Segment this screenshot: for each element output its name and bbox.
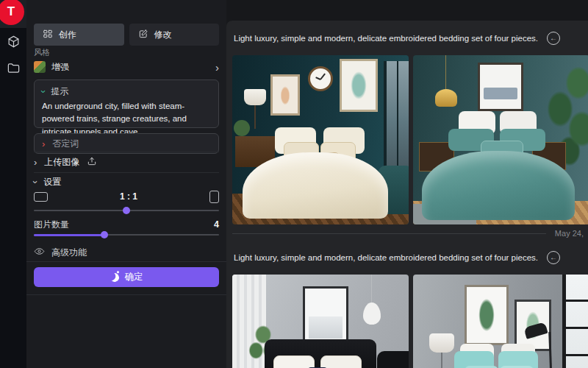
upload-image-toggle[interactable]: › 上传图像: [34, 152, 219, 173]
art-frame: [270, 74, 300, 116]
chevron-right-icon: ›: [42, 139, 45, 149]
generation-prompt: Light luxury, simple and modern, delicat…: [234, 34, 538, 43]
art-frame: [303, 286, 348, 345]
tab-edit[interactable]: 修改: [129, 24, 220, 46]
prompt-label: 提示: [51, 85, 68, 98]
aspect-ratio-row: 1 : 1: [34, 190, 219, 203]
settings-header[interactable]: › 设置: [34, 175, 219, 188]
sidebar-item-files[interactable]: [0, 59, 26, 79]
tab-create-label: 创作: [59, 29, 76, 41]
upload-icon[interactable]: [87, 156, 97, 169]
negative-label: 否定词: [52, 138, 79, 150]
image-count-row: 图片数量 4: [34, 219, 219, 230]
image-count-value: 4: [214, 219, 219, 230]
advanced-features-toggle[interactable]: 高级功能: [34, 246, 219, 259]
chevron-down-icon: ›: [31, 180, 40, 183]
mode-tabs: 创作 修改: [34, 24, 219, 46]
negative-prompt-toggle[interactable]: › 否定词: [34, 133, 219, 154]
date-label: May 24,: [555, 229, 584, 238]
tab-edit-label: 修改: [154, 29, 172, 41]
prompt-input[interactable]: › 提示 An underground city, filled with st…: [34, 79, 219, 128]
style-thumbnail: [34, 61, 46, 73]
divider: [26, 261, 226, 262]
grid-icon: [43, 29, 53, 41]
plant: [234, 120, 250, 136]
generated-image[interactable]: [232, 55, 409, 224]
cube-icon: [7, 35, 21, 52]
art-frame: [340, 59, 378, 112]
results-pane: Light luxury, simple and modern, delicat…: [226, 21, 588, 368]
slider-fill: [34, 234, 104, 236]
aspect-ratio-value: 1 : 1: [48, 191, 209, 202]
generated-image[interactable]: [232, 275, 409, 368]
back-arrow-icon[interactable]: ←: [547, 32, 560, 45]
eye-icon: [34, 246, 45, 260]
slider-knob[interactable]: [123, 207, 130, 214]
window: [384, 61, 409, 171]
date-separator: May 24,: [232, 229, 585, 238]
confirm-label: 确定: [125, 271, 143, 283]
generated-image[interactable]: [413, 55, 588, 224]
chevron-right-icon: ›: [34, 158, 37, 167]
chevron-down-icon: ›: [39, 90, 49, 93]
bed-pillow: [273, 355, 315, 368]
portrait-ratio-icon[interactable]: [209, 191, 219, 203]
sidebar-item-models[interactable]: [0, 32, 26, 53]
generation-group-header: Light luxury, simple and modern, delicat…: [234, 250, 560, 266]
wall-clock: [308, 66, 333, 91]
image-grid: [232, 55, 588, 224]
folder-icon: [7, 61, 21, 78]
pendant-lamp: [435, 89, 457, 107]
style-value: 增强: [51, 61, 69, 74]
image-grid: [232, 275, 588, 368]
generation-group-header: Light luxury, simple and modern, delicat…: [234, 30, 560, 46]
prompt-text: An underground city, filled with steam-p…: [42, 100, 211, 138]
left-rail: T: [0, 0, 26, 368]
bed-duvet: [422, 151, 575, 220]
chevron-right-icon: ›: [215, 62, 219, 73]
upload-label: 上传图像: [44, 156, 79, 169]
tab-create[interactable]: 创作: [34, 24, 124, 46]
slider-knob[interactable]: [101, 231, 108, 238]
pendant-lamp: [363, 302, 381, 325]
generation-panel: 创作 修改 风格 增强 › › 提示 An underground city, …: [26, 0, 226, 368]
image-count-label: 图片数量: [34, 219, 69, 231]
aspect-ratio-slider[interactable]: [34, 207, 219, 214]
table-lamp: [429, 333, 454, 353]
art-frame: [478, 63, 523, 111]
edit-icon: [138, 29, 148, 41]
bed-duvet: [243, 152, 388, 219]
advanced-label: 高级功能: [51, 247, 87, 259]
divider: [26, 294, 226, 295]
back-arrow-icon[interactable]: ←: [547, 251, 560, 264]
style-selector[interactable]: 增强 ›: [34, 59, 219, 75]
armchair: [377, 351, 409, 368]
image-count-slider[interactable]: [34, 231, 219, 238]
style-section-label: 风格: [34, 47, 219, 58]
art-frame: [465, 285, 509, 345]
generated-image[interactable]: [413, 275, 588, 368]
bed-pillow: [320, 355, 362, 368]
confirm-button[interactable]: 确定: [34, 267, 219, 287]
table-lamp: [244, 89, 266, 105]
window: [562, 275, 588, 368]
settings-label: 设置: [43, 176, 61, 188]
divider: [232, 233, 546, 234]
landscape-ratio-icon[interactable]: [34, 192, 48, 202]
generation-prompt: Light luxury, simple and modern, delicat…: [234, 253, 538, 262]
moon-icon: [109, 272, 120, 283]
